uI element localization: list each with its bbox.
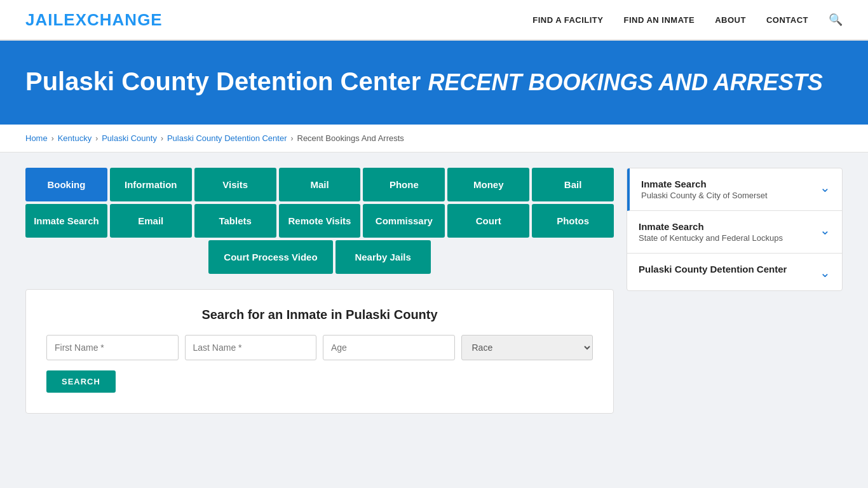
tab-email[interactable]: Email — [110, 204, 192, 238]
first-name-input[interactable] — [46, 335, 179, 360]
sidebar-item-title-2: Inmate Search — [639, 221, 783, 232]
sidebar-item-kentucky-search[interactable]: Inmate Search State of Kentucky and Fede… — [627, 211, 842, 254]
breadcrumb-sep-3: › — [161, 134, 163, 143]
tab-phone[interactable]: Phone — [363, 168, 445, 201]
search-title: Search for an Inmate in Pulaski County — [46, 308, 593, 322]
search-icon-button[interactable]: 🔍 — [829, 13, 843, 27]
age-input[interactable] — [323, 335, 455, 360]
breadcrumb-sep-1: › — [51, 134, 54, 143]
chevron-down-icon-3: ⌄ — [820, 265, 831, 280]
tab-remote-visits[interactable]: Remote Visits — [279, 204, 361, 238]
breadcrumb-home[interactable]: Home — [25, 133, 48, 143]
main-nav: FIND A FACILITY FIND AN INMATE ABOUT CON… — [532, 13, 843, 27]
nav-about[interactable]: ABOUT — [715, 15, 746, 25]
sidebar-item-pulaski-search[interactable]: Inmate Search Pulaski County & City of S… — [627, 168, 842, 211]
breadcrumb-current: Recent Bookings And Arrests — [297, 133, 404, 143]
sidebar-item-title-3: Pulaski County Detention Center — [639, 264, 787, 274]
sidebar-item-title-1: Inmate Search — [641, 179, 768, 189]
breadcrumb-sep-4: › — [291, 134, 294, 143]
tabs-row-3: Court Process Video Nearby Jails — [25, 240, 614, 274]
breadcrumb-kentucky[interactable]: Kentucky — [58, 133, 92, 143]
tab-mail[interactable]: Mail — [279, 168, 361, 201]
tabs-row-2: Inmate Search Email Tablets Remote Visit… — [25, 204, 614, 238]
logo[interactable]: JAILEXCHANGE — [25, 10, 163, 30]
last-name-input[interactable] — [185, 335, 317, 360]
breadcrumb: Home › Kentucky › Pulaski County › Pulas… — [0, 125, 868, 152]
chevron-down-icon-2: ⌄ — [820, 222, 831, 238]
breadcrumb-pulaski-county[interactable]: Pulaski County — [102, 133, 157, 143]
tab-money[interactable]: Money — [447, 168, 529, 201]
main-wrapper: Booking Information Visits Mail Phone Mo… — [0, 152, 868, 429]
chevron-down-icon-1: ⌄ — [820, 180, 831, 195]
logo-exchange: EXCHANGE — [64, 10, 162, 29]
tab-bail[interactable]: Bail — [532, 168, 614, 201]
tab-inmate-search[interactable]: Inmate Search — [25, 204, 107, 238]
tab-nearby-jails[interactable]: Nearby Jails — [336, 240, 431, 274]
search-button[interactable]: SEARCH — [46, 370, 116, 393]
tab-tablets[interactable]: Tablets — [194, 204, 276, 238]
right-column: Inmate Search Pulaski County & City of S… — [627, 168, 843, 414]
breadcrumb-sep-2: › — [95, 134, 98, 143]
tab-photos[interactable]: Photos — [532, 204, 614, 238]
header: JAILEXCHANGE FIND A FACILITY FIND AN INM… — [0, 0, 868, 41]
nav-find-facility[interactable]: FIND A FACILITY — [532, 15, 603, 25]
tab-court[interactable]: Court — [447, 204, 529, 238]
tab-commissary[interactable]: Commissary — [363, 204, 445, 238]
search-box: Search for an Inmate in Pulaski County R… — [25, 289, 614, 414]
nav-find-inmate[interactable]: FIND AN INMATE — [623, 15, 695, 25]
search-fields: Race White Black Hispanic Asian Other — [46, 335, 593, 360]
tab-visits[interactable]: Visits — [194, 168, 276, 201]
tab-court-process-video[interactable]: Court Process Video — [208, 240, 332, 274]
tabs-container: Booking Information Visits Mail Phone Mo… — [25, 168, 614, 274]
tab-booking[interactable]: Booking — [25, 168, 107, 201]
nav-contact[interactable]: CONTACT — [766, 15, 808, 25]
sidebar-card: Inmate Search Pulaski County & City of S… — [627, 168, 843, 291]
race-select[interactable]: Race White Black Hispanic Asian Other — [461, 335, 593, 360]
page-title: Pulaski County Detention Center RECENT B… — [25, 66, 843, 97]
left-column: Booking Information Visits Mail Phone Mo… — [25, 168, 614, 414]
sidebar-item-sub-1: Pulaski County & City of Somerset — [641, 191, 768, 200]
logo-jail: JAIL — [25, 10, 64, 29]
tab-information[interactable]: Information — [110, 168, 192, 201]
tabs-row-1: Booking Information Visits Mail Phone Mo… — [25, 168, 614, 201]
sidebar-item-detention-center[interactable]: Pulaski County Detention Center ⌄ — [627, 254, 842, 290]
hero-section: Pulaski County Detention Center RECENT B… — [0, 41, 868, 125]
breadcrumb-detention-center[interactable]: Pulaski County Detention Center — [167, 133, 287, 143]
sidebar-item-sub-2: State of Kentucky and Federal Lockups — [639, 233, 783, 243]
